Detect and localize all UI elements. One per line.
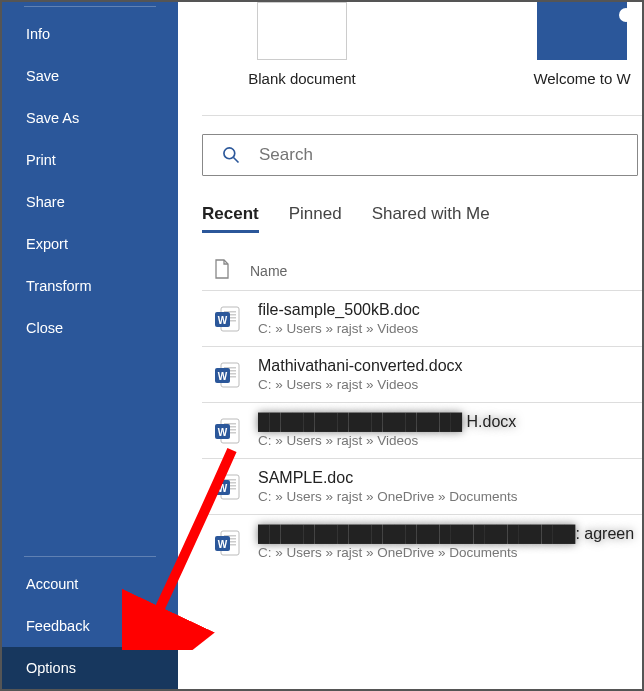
search-box[interactable] [202, 134, 638, 176]
sidebar-item-feedback[interactable]: Feedback [2, 605, 178, 647]
sidebar-item-account[interactable]: Account [2, 563, 178, 605]
file-list-header: Name [202, 255, 642, 286]
sidebar-item-print[interactable]: Print [2, 139, 178, 181]
divider [202, 115, 642, 116]
tab-shared[interactable]: Shared with Me [372, 204, 490, 233]
file-name: file-sample_500kB.doc [258, 301, 420, 319]
tab-recent[interactable]: Recent [202, 204, 259, 233]
sidebar-item-close[interactable]: Close [2, 307, 178, 349]
file-row[interactable]: WSAMPLE.docC: » Users » rajst » OneDrive… [202, 458, 642, 514]
sidebar-item-info[interactable]: Info [2, 13, 178, 55]
word-file-icon: W [208, 528, 248, 558]
file-generic-icon [202, 259, 242, 282]
svg-text:W: W [218, 482, 228, 493]
recent-tabs: Recent Pinned Shared with Me [202, 204, 642, 233]
file-row[interactable]: WMathivathani-converted.docxC: » Users »… [202, 346, 642, 402]
template-welcome[interactable]: Welcome to W [522, 2, 642, 87]
welcome-tour-thumb-icon [537, 2, 627, 60]
file-row[interactable]: W██████████████████ H.docxC: » Users » r… [202, 402, 642, 458]
word-file-icon: W [208, 416, 248, 446]
tab-pinned[interactable]: Pinned [289, 204, 342, 233]
svg-text:W: W [218, 426, 228, 437]
svg-text:W: W [218, 314, 228, 325]
file-path: C: » Users » rajst » Videos [258, 321, 420, 336]
sidebar-item-save-as[interactable]: Save As [2, 97, 178, 139]
search-icon [221, 145, 241, 165]
backstage-sidebar: Info Save Save As Print Share Export Tra… [2, 2, 178, 689]
file-name: ██████████████████ H.docx [258, 413, 516, 431]
svg-line-1 [234, 158, 239, 163]
search-input[interactable] [259, 145, 619, 165]
word-file-icon: W [208, 472, 248, 502]
sidebar-item-save[interactable]: Save [2, 55, 178, 97]
file-path: C: » Users » rajst » OneDrive » Document… [258, 489, 518, 504]
blank-document-thumb-icon [257, 2, 347, 60]
file-path: C: » Users » rajst » OneDrive » Document… [258, 545, 634, 560]
word-file-icon: W [208, 360, 248, 390]
file-list: Wfile-sample_500kB.docC: » Users » rajst… [202, 290, 642, 570]
file-path: C: » Users » rajst » Videos [258, 433, 516, 448]
word-file-icon: W [208, 304, 248, 334]
column-name: Name [250, 263, 287, 279]
file-name: SAMPLE.doc [258, 469, 518, 487]
file-row[interactable]: Wfile-sample_500kB.docC: » Users » rajst… [202, 290, 642, 346]
svg-text:W: W [218, 370, 228, 381]
file-name: ████████████████████████████: agreen [258, 525, 634, 543]
template-label: Blank document [202, 70, 402, 87]
sidebar-item-share[interactable]: Share [2, 181, 178, 223]
sidebar-item-transform[interactable]: Transform [2, 265, 178, 307]
svg-point-0 [224, 148, 235, 159]
main-panel: Blank document Welcome to W Recent Pinne… [178, 2, 642, 689]
svg-text:W: W [218, 538, 228, 549]
file-name: Mathivathani-converted.docx [258, 357, 463, 375]
sidebar-item-export[interactable]: Export [2, 223, 178, 265]
sidebar-item-options[interactable]: Options [2, 647, 178, 689]
file-path: C: » Users » rajst » Videos [258, 377, 463, 392]
file-row[interactable]: W████████████████████████████: agreenC: … [202, 514, 642, 570]
template-label: Welcome to W [522, 70, 642, 87]
template-blank[interactable]: Blank document [202, 2, 402, 87]
